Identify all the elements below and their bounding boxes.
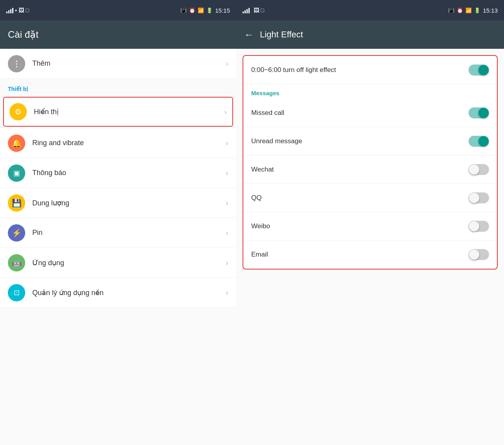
- thong-bao-label: Thông báo: [32, 169, 226, 177]
- ring-chevron: ›: [226, 138, 228, 148]
- wifi-signal-icon: 📶: [198, 7, 204, 13]
- right-gallery-icon: 🖼: [254, 7, 259, 13]
- battery-icon: 🔋: [206, 7, 213, 13]
- left-status-right: 📳 ⏰ 📶 🔋 15:15: [180, 7, 230, 14]
- unread-message-toggle[interactable]: [469, 136, 489, 147]
- dung-luong-icon: 💾: [8, 194, 25, 212]
- missed-call-toggle[interactable]: [469, 107, 489, 118]
- ung-dung-chevron: ›: [226, 258, 228, 267]
- qq-label: QQ: [251, 194, 469, 202]
- top-toggle-thumb: [478, 65, 489, 75]
- them-label: Thêm: [32, 59, 226, 68]
- dung-luong-chevron: ›: [226, 198, 228, 207]
- thiet-bi-label: Thiết bị: [0, 79, 236, 95]
- missed-call-item[interactable]: Missed call: [243, 99, 497, 127]
- settings-item-thong-bao[interactable]: ▣ Thông báo ›: [0, 158, 236, 188]
- right-battery-icon: 🔋: [474, 7, 480, 13]
- qq-toggle[interactable]: [469, 192, 489, 203]
- pin-label: Pin: [32, 229, 226, 237]
- ung-dung-icon: 🤖: [8, 254, 25, 271]
- screen-icon: □: [26, 7, 29, 13]
- settings-item-hien-thi[interactable]: ⚙ Hiển thị ›: [3, 97, 233, 127]
- wifi-icon: ▪: [15, 7, 17, 13]
- them-icon: ⋮: [8, 55, 25, 72]
- ring-label: Ring and vibrate: [32, 139, 226, 147]
- right-status-right: 📳 ⏰ 📶 🔋 15:13: [448, 7, 498, 14]
- top-toggle-switch[interactable]: [469, 65, 489, 76]
- right-status-bar: 🖼 □ 📳 ⏰ 📶 🔋 15:13: [236, 0, 504, 20]
- dung-luong-label: Dung lượng: [32, 199, 226, 207]
- signal-icon: [6, 7, 13, 13]
- wechat-item[interactable]: Wechat: [243, 155, 497, 184]
- right-vibrate-icon: 📳: [448, 7, 454, 13]
- email-toggle[interactable]: [469, 249, 489, 260]
- right-signal-icon: [243, 7, 250, 13]
- left-panel: ▪ 🖼 □ 📳 ⏰ 📶 🔋 15:15 Cài đặt ⋮ Thêm › Thi…: [0, 0, 236, 445]
- gallery-icon: 🖼: [19, 7, 24, 13]
- unread-message-item[interactable]: Unread message: [243, 127, 497, 155]
- pin-chevron: ›: [226, 228, 228, 237]
- light-effect-card: 0:00~6:00 turn off light effect Messages…: [243, 55, 498, 270]
- wechat-thumb: [469, 164, 479, 175]
- weibo-label: Weibo: [251, 222, 469, 230]
- pin-icon: ⚡: [8, 224, 25, 242]
- left-status-icons: ▪ 🖼 □: [6, 7, 180, 13]
- quan-ly-chevron: ›: [226, 288, 228, 297]
- right-status-icons: 🖼 □: [243, 7, 448, 13]
- settings-item-ung-dung[interactable]: 🤖 Ứng dụng ›: [0, 248, 236, 278]
- weibo-thumb: [469, 221, 479, 231]
- ring-icon: 🔔: [8, 135, 25, 152]
- thong-bao-chevron: ›: [226, 168, 228, 177]
- settings-item-ring[interactable]: 🔔 Ring and vibrate ›: [0, 128, 236, 158]
- back-button[interactable]: ←: [244, 29, 254, 40]
- right-app-header: ← Light Effect: [236, 20, 504, 49]
- thong-bao-icon: ▣: [8, 164, 25, 182]
- right-panel: 🖼 □ 📳 ⏰ 📶 🔋 15:13 ← Light Effect 0:00~6:…: [236, 0, 504, 445]
- left-clock: 15:15: [215, 7, 230, 14]
- right-screen-icon: □: [261, 7, 264, 13]
- right-header-title: Light Effect: [260, 30, 303, 40]
- unread-message-thumb: [478, 136, 489, 146]
- settings-item-quan-ly[interactable]: ⊡ Quản lý ứng dụng nền ›: [0, 278, 236, 308]
- hien-thi-chevron: ›: [224, 107, 227, 116]
- wechat-label: Wechat: [251, 166, 469, 174]
- wechat-toggle[interactable]: [469, 164, 489, 175]
- email-label: Email: [251, 251, 469, 259]
- left-app-header: Cài đặt: [0, 20, 236, 49]
- settings-item-them[interactable]: ⋮ Thêm ›: [0, 49, 236, 79]
- vibrate-icon: 📳: [180, 7, 187, 13]
- left-status-bar: ▪ 🖼 □ 📳 ⏰ 📶 🔋 15:15: [0, 0, 236, 20]
- missed-call-label: Missed call: [251, 109, 469, 117]
- hien-thi-label: Hiển thị: [34, 107, 224, 116]
- email-thumb: [469, 249, 479, 260]
- hien-thi-icon: ⚙: [9, 103, 27, 120]
- left-header-title: Cài đặt: [8, 29, 39, 40]
- settings-list: ⋮ Thêm › Thiết bị ⚙ Hiển thị › 🔔 Ring an…: [0, 49, 236, 445]
- qq-thumb: [469, 193, 479, 203]
- messages-section-label: Messages: [243, 84, 497, 99]
- qq-item[interactable]: QQ: [243, 184, 497, 212]
- right-alarm-icon: ⏰: [457, 7, 463, 13]
- missed-call-thumb: [478, 108, 489, 118]
- quan-ly-icon: ⊡: [8, 284, 25, 301]
- weibo-toggle[interactable]: [469, 221, 489, 232]
- settings-item-pin[interactable]: ⚡ Pin ›: [0, 218, 236, 248]
- settings-item-dung-luong[interactable]: 💾 Dung lượng ›: [0, 188, 236, 218]
- right-wifi-icon: 📶: [465, 7, 472, 13]
- top-toggle-label: 0:00~6:00 turn off light effect: [251, 66, 469, 74]
- unread-message-label: Unread message: [251, 137, 469, 145]
- them-chevron: ›: [226, 59, 228, 68]
- email-item[interactable]: Email: [243, 240, 497, 269]
- light-effect-top-toggle-item[interactable]: 0:00~6:00 turn off light effect: [243, 56, 497, 84]
- weibo-item[interactable]: Weibo: [243, 212, 497, 240]
- ung-dung-label: Ứng dụng: [32, 259, 226, 267]
- right-clock: 15:13: [483, 7, 498, 14]
- quan-ly-label: Quản lý ứng dụng nền: [32, 288, 226, 297]
- alarm-icon: ⏰: [189, 7, 195, 13]
- right-content: 0:00~6:00 turn off light effect Messages…: [236, 49, 504, 445]
